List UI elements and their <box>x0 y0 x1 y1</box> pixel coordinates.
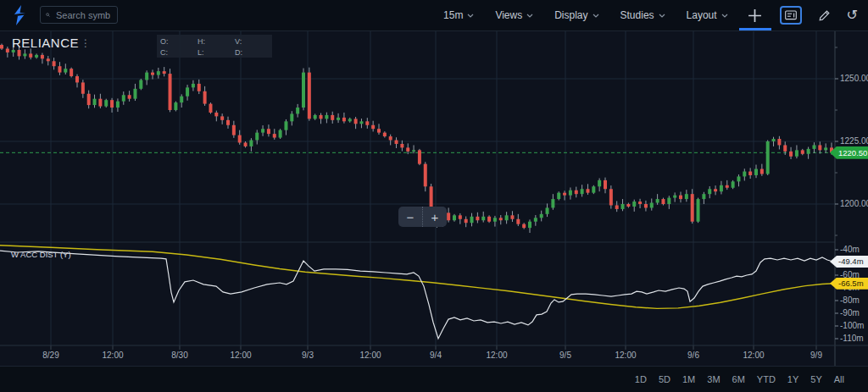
symbol-kebab-menu-icon[interactable]: ⋮ <box>81 37 91 49</box>
zoom-control: − + <box>398 207 447 227</box>
candle-down <box>400 144 403 147</box>
draw-button[interactable] <box>818 9 831 22</box>
candle-up <box>139 80 142 88</box>
time-axis-label: 12:00 <box>743 351 764 360</box>
timeframe-3m[interactable]: 3M <box>707 374 720 384</box>
price-axis-label: 1225.00 <box>840 136 868 146</box>
menu-group: ViewsDisplayStudiesLayout <box>474 9 727 21</box>
interval-menu[interactable]: 15m <box>443 9 474 21</box>
candle-up <box>249 141 253 146</box>
candle-up <box>598 180 601 186</box>
candle-up <box>302 73 305 108</box>
timeframe-1m[interactable]: 1M <box>682 374 695 384</box>
candle-up <box>337 118 340 120</box>
candle-up <box>145 73 148 80</box>
active-tool-underline <box>739 28 771 30</box>
candle-up <box>157 71 160 75</box>
candle-up <box>12 50 15 52</box>
candle-down <box>615 205 619 208</box>
menu-label: Views <box>495 9 522 21</box>
candle-up <box>737 176 740 181</box>
candle-down <box>110 100 114 108</box>
candle-up <box>708 189 711 194</box>
candle-down <box>395 141 398 144</box>
timeframe-5y[interactable]: 5Y <box>810 374 821 384</box>
candle-down <box>563 193 566 196</box>
candle-up <box>279 130 282 138</box>
candle-up <box>673 196 676 198</box>
ohlc-legend-label: H: <box>198 37 235 46</box>
chart-plot-area[interactable] <box>0 30 868 366</box>
candle-down <box>726 185 729 188</box>
price-axis-label: 1250.00 <box>840 74 868 83</box>
zoom-in-button[interactable]: + <box>422 207 447 227</box>
search-input[interactable] <box>54 9 112 21</box>
add-study-button[interactable] <box>747 7 764 24</box>
candle-down <box>516 219 520 224</box>
candle-up <box>133 89 136 99</box>
chevron-down-icon <box>467 14 474 18</box>
indicator-label: W ACC DIST (Y) <box>11 250 71 259</box>
candle-up <box>23 53 26 56</box>
timeframe-5d[interactable]: 5D <box>659 374 670 384</box>
candle-down <box>418 150 421 163</box>
candle-up <box>534 218 537 221</box>
timeframe-6m[interactable]: 6M <box>732 374 745 384</box>
candle-down <box>406 147 409 151</box>
candle-up <box>697 199 700 222</box>
menu-display[interactable]: Display <box>554 9 598 21</box>
menu-views[interactable]: Views <box>495 9 533 21</box>
annotation-panel-button[interactable] <box>780 6 802 25</box>
candle-down <box>128 95 131 98</box>
candle-down <box>47 58 50 61</box>
candle-down <box>53 61 56 66</box>
candle-down <box>604 180 607 189</box>
symbol-search-box[interactable] <box>40 6 118 24</box>
menu-studies[interactable]: Studies <box>620 9 665 21</box>
candle-down <box>29 53 32 57</box>
candle-down <box>58 66 61 72</box>
timeframe-1d[interactable]: 1D <box>635 374 647 384</box>
candle-down <box>18 50 21 56</box>
candle-down <box>163 71 166 74</box>
time-axis-label: 9/3 <box>302 351 314 360</box>
indicator-axis-label: -80m <box>840 295 860 305</box>
timeframe-1y[interactable]: 1Y <box>787 374 798 384</box>
candle-up <box>795 150 798 156</box>
candle-up <box>325 115 328 119</box>
candle-down <box>377 129 381 132</box>
time-axis-label: 8/30 <box>171 351 187 360</box>
toolbar-right: 15m ViewsDisplayStudiesLayout <box>422 0 858 30</box>
candle-down <box>760 169 764 174</box>
time-axis-label: 12:00 <box>230 351 251 360</box>
time-axis-label: 8/29 <box>42 351 58 360</box>
candle-up <box>557 193 560 199</box>
candle-up <box>359 121 363 124</box>
time-axis-label: 12:00 <box>615 351 636 360</box>
candle-down <box>169 74 172 110</box>
indicator-value-badge: -49.4m <box>830 256 868 268</box>
timeframe-all[interactable]: All <box>834 374 844 384</box>
candle-up <box>592 186 595 192</box>
candle-up <box>192 84 195 87</box>
candle-up <box>314 115 317 119</box>
price-axis-label: 1200.00 <box>840 199 868 208</box>
interval-label: 15m <box>443 9 463 21</box>
app-logo-lightning-icon[interactable] <box>10 4 29 26</box>
candle-up <box>412 150 415 151</box>
candle-up <box>824 147 827 150</box>
candle-down <box>6 48 9 52</box>
time-axis-label: 9/9 <box>810 351 822 360</box>
candle-down <box>661 199 665 204</box>
menu-layout[interactable]: Layout <box>687 9 728 21</box>
bottom-bar: 1D5D1M3M6MYTD1Y5YAll <box>0 366 868 392</box>
timeframe-ytd[interactable]: YTD <box>757 374 776 384</box>
candle-up <box>807 149 810 154</box>
candle-down <box>320 115 323 119</box>
zoom-out-button[interactable]: − <box>398 207 422 227</box>
indicator-axis-label: -110m <box>840 334 864 343</box>
current-price-badge: 1220.50 <box>830 146 868 159</box>
refresh-button[interactable]: ↺ <box>847 8 858 22</box>
candle-up <box>64 69 67 72</box>
chevron-down-icon <box>659 14 665 18</box>
